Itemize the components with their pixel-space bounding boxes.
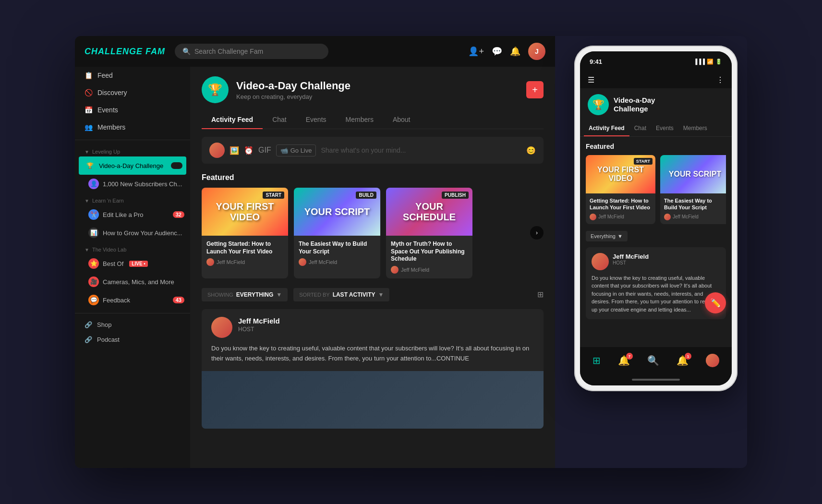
app-header: CHALLENGE FAM 🔍 Search Challenge Fam 👤+ … — [75, 36, 555, 67]
go-live-label: Go Live — [290, 147, 312, 154]
wifi-icon: 📶 — [707, 59, 713, 65]
post-composer: 🖼️ ⏰ GIF 📹 Go Live Share what's on your … — [202, 137, 544, 164]
filter-bar: SHOWING EVERYTHING ▼ SORTED BY LAST ACTI… — [202, 288, 544, 301]
sidebar-item-events-label: Events — [97, 106, 118, 114]
add-button[interactable]: + — [526, 81, 544, 98]
phone-card-badge-1: START — [634, 158, 653, 165]
go-live-button[interactable]: 📹 Go Live — [276, 144, 316, 156]
sorted-filter[interactable]: SORTED BY LAST ACTIVITY ▼ — [293, 288, 389, 301]
sidebar-item-shop[interactable]: 🔗 Shop — [75, 317, 190, 332]
sidebar-item-feed-label: Feed — [97, 72, 113, 79]
phone-filter-button[interactable]: Everything ▼ — [586, 231, 628, 241]
tab-chat[interactable]: Chat — [263, 111, 296, 129]
tab-activity-feed[interactable]: Activity Feed — [202, 111, 263, 129]
showing-filter[interactable]: SHOWING EVERYTHING ▼ — [202, 288, 288, 301]
card-image-2: YOUR SCRIPT BUILD — [294, 188, 380, 236]
card-img-text-2: YOUR SCRIPT — [301, 203, 374, 221]
phone-tab-chat[interactable]: Chat — [629, 121, 651, 136]
card-author-avatar-2 — [299, 258, 306, 266]
hamburger-icon[interactable]: ☰ — [588, 75, 594, 84]
add-member-icon[interactable]: 👤+ — [468, 46, 484, 57]
sidebar-item-cameras-mics[interactable]: 🎥 Cameras, Mics, and More — [75, 273, 190, 291]
phone-card-2[interactable]: YOUR SCRIPT The Easiest Way to Build You… — [660, 155, 726, 224]
gif-tool-icon[interactable]: GIF — [258, 146, 271, 155]
image-tool-icon[interactable]: 🖼️ — [230, 146, 239, 155]
feed-icon: 📋 — [85, 72, 93, 79]
group-item-label: Feedback — [103, 297, 130, 304]
sidebar-item-best-of[interactable]: ⭐ Best Of LIVE • — [75, 254, 190, 273]
sidebar-item-feed[interactable]: 📋 Feed — [75, 67, 190, 84]
featured-card-2[interactable]: YOUR SCRIPT BUILD The Easiest Way to Bui… — [294, 188, 380, 278]
group-item-label: Cameras, Mics, and More — [103, 278, 174, 286]
card-author-1: Jeff McField — [206, 258, 283, 266]
card-image-1: YOUR FIRST VIDEO START — [202, 188, 288, 236]
featured-card-3[interactable]: YOUR SCHEDULE PUBLISH Myth or Truth? How… — [386, 188, 472, 278]
tab-events[interactable]: Events — [296, 111, 336, 129]
sidebar-item-1000-subscribers[interactable]: 👤 1,000 New Subscribers Ch... — [75, 175, 190, 193]
composer-placeholder[interactable]: Share what's on your mind... — [321, 146, 521, 154]
phone-home-icon[interactable]: ⊞ — [592, 355, 601, 366]
search-bar[interactable]: 🔍 Search Challenge Fam — [175, 44, 328, 59]
emoji-icon[interactable]: 😊 — [526, 146, 536, 155]
group-icon-chart: 📊 — [88, 228, 99, 238]
bell-icon[interactable]: 🔔 — [510, 46, 520, 57]
sidebar-item-video-day-challenge[interactable]: 🏆 Video-a-Day Challenge 24 — [79, 156, 186, 175]
phone-search-icon[interactable]: 🔍 — [647, 355, 659, 366]
phone-notch — [629, 51, 682, 65]
more-options-icon[interactable]: ⋮ — [716, 75, 724, 84]
tab-about[interactable]: About — [383, 111, 420, 129]
phone-group-avatar: 🏆 — [588, 94, 609, 115]
sidebar-section-video-lab[interactable]: ▼ The Video Lab — [75, 242, 190, 254]
chat-icon[interactable]: 💬 — [492, 46, 502, 57]
phone-tab-activity-feed[interactable]: Activity Feed — [584, 121, 629, 136]
group-badge: 43 — [173, 297, 184, 303]
phone-card-title-1: Getting Started: How to Launch Your Firs… — [590, 197, 652, 211]
search-icon: 🔍 — [182, 48, 191, 55]
sidebar-item-podcast[interactable]: 🔗 Podcast — [75, 332, 190, 347]
phone-tab-members[interactable]: Members — [678, 121, 712, 136]
featured-arrow-button[interactable]: › — [530, 226, 544, 240]
phone-card-author-2: Jeff McField — [664, 214, 726, 220]
header-actions: 👤+ 💬 🔔 J — [468, 43, 545, 60]
composer-tools: 🖼️ ⏰ GIF — [230, 146, 271, 155]
featured-card-1[interactable]: YOUR FIRST VIDEO START Getting Started: … — [202, 188, 288, 278]
sidebar-item-members[interactable]: 👥 Members — [75, 119, 190, 136]
home-icon: ⊞ — [592, 355, 601, 366]
user-avatar[interactable]: J — [528, 43, 545, 60]
sidebar-item-discovery[interactable]: 🚫 Discovery — [75, 84, 190, 101]
group-icon-star: ⭐ — [88, 258, 99, 269]
group-item-label: Best Of — [103, 260, 123, 267]
sidebar-item-feedback[interactable]: 💬 Feedback 43 — [75, 291, 190, 309]
phone-post-header: Jeff McField HOST — [592, 253, 720, 270]
phone-bell-icon[interactable]: 🔔 1 — [677, 355, 689, 366]
card-info-1: Getting Started: How to Launch Your Firs… — [202, 236, 288, 271]
phone-post-author-info: Jeff McField HOST — [613, 253, 649, 265]
post-text: Do you know the key to creating useful, … — [211, 345, 529, 362]
group-icon-trophy: 🏆 — [85, 160, 95, 171]
sidebar-section-learn-earn[interactable]: ▼ Learn 'n Earn — [75, 193, 190, 205]
phone-activity-icon[interactable]: 🔔 7 — [618, 355, 630, 366]
fab-edit-button[interactable]: ✏️ — [705, 292, 726, 313]
sidebar-item-grow-audience[interactable]: 📊 How to Grow Your Audienc... — [75, 224, 190, 242]
post-card: Jeff McField Host Do you know the key to… — [202, 309, 544, 429]
sidebar-item-edit-like-pro[interactable]: ✂️ Edit Like a Pro 32 — [75, 205, 190, 224]
external-link-icon: 🔗 — [85, 321, 92, 328]
tab-members[interactable]: Members — [336, 111, 383, 129]
phone-post: Jeff McField HOST Do you know the key to… — [586, 247, 726, 320]
search-placeholder: Search Challenge Fam — [194, 48, 263, 55]
grid-view-icon[interactable]: ⊞ — [537, 290, 544, 299]
phone-tab-events[interactable]: Events — [651, 121, 678, 136]
card-badge-2: BUILD — [356, 192, 376, 199]
group-icon-user: 👤 — [88, 179, 99, 189]
sidebar-item-discovery-label: Discovery — [97, 89, 127, 96]
phone-inner: 9:41 ▐▐▐ 📶 🔋 ☰ ⋮ 🏆 — [580, 51, 732, 385]
sidebar-item-events[interactable]: 📅 Events — [75, 101, 190, 119]
phone-profile-icon[interactable] — [706, 354, 719, 367]
phone-card-1[interactable]: YOUR FIRST VIDEO START Getting Started: … — [586, 155, 655, 224]
group-badge: 24 — [171, 162, 182, 169]
group-icon-camera: 🎥 — [88, 276, 99, 287]
clock-tool-icon[interactable]: ⏰ — [244, 146, 254, 155]
sidebar-section-leveling-up[interactable]: ▼ Leveling Up — [75, 144, 190, 156]
group-avatar: 🏆 — [202, 76, 229, 103]
phone-top-bar: ☰ ⋮ — [580, 72, 732, 88]
